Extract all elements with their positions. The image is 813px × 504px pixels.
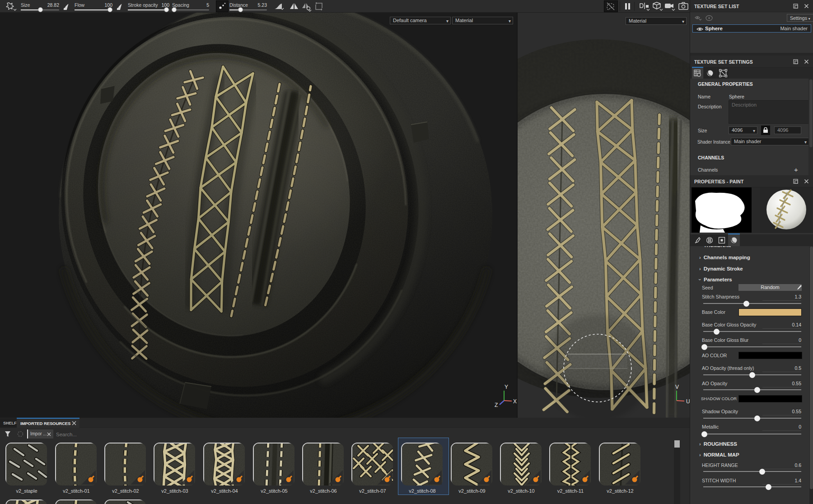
svg-text:Z: Z (495, 402, 498, 408)
svg-text:U: U (686, 398, 690, 405)
svg-text:X: X (513, 398, 517, 405)
svg-text:Y: Y (505, 384, 508, 390)
svg-text:V: V (675, 384, 679, 390)
